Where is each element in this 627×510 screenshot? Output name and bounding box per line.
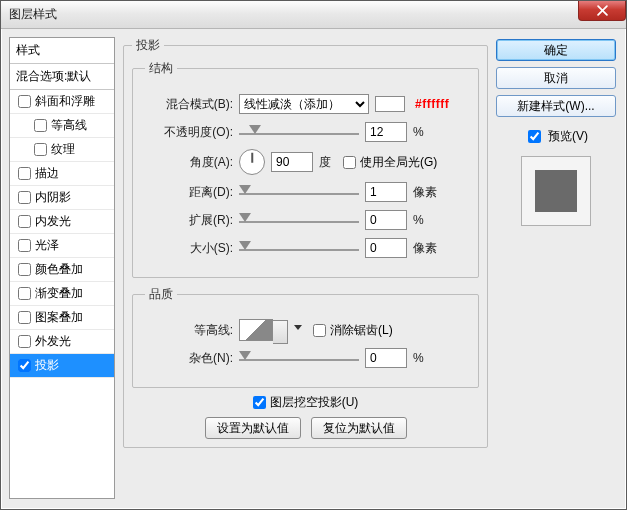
- style-label: 渐变叠加: [35, 285, 83, 302]
- window-title: 图层样式: [9, 6, 57, 23]
- reset-default-button[interactable]: 复位为默认值: [311, 417, 407, 439]
- noise-input[interactable]: [365, 348, 407, 368]
- structure-legend: 结构: [145, 60, 177, 77]
- spread-slider[interactable]: [239, 213, 359, 227]
- set-default-button[interactable]: 设置为默认值: [205, 417, 301, 439]
- new-style-button[interactable]: 新建样式(W)...: [496, 95, 616, 117]
- main-fieldset: 投影 结构 混合模式(B): 线性减淡（添加） #ffffff 不透明度(O):: [123, 37, 488, 448]
- style-checkbox[interactable]: [18, 167, 31, 180]
- angle-dial[interactable]: [239, 149, 265, 175]
- opacity-input[interactable]: [365, 122, 407, 142]
- contour-icon: [239, 319, 273, 341]
- opacity-unit: %: [413, 125, 424, 139]
- style-label: 纹理: [51, 141, 75, 158]
- style-row-0[interactable]: 斜面和浮雕: [10, 90, 114, 114]
- style-row-11[interactable]: 投影: [10, 354, 114, 378]
- chevron-down-icon: [294, 325, 302, 330]
- style-label: 等高线: [51, 117, 87, 134]
- center-panel: 投影 结构 混合模式(B): 线性减淡（添加） #ffffff 不透明度(O):: [123, 37, 488, 499]
- main-legend: 投影: [132, 37, 164, 54]
- style-label: 描边: [35, 165, 59, 182]
- style-row-7[interactable]: 颜色叠加: [10, 258, 114, 282]
- angle-input[interactable]: [271, 152, 313, 172]
- noise-slider[interactable]: [239, 351, 359, 365]
- style-checkbox[interactable]: [34, 119, 47, 132]
- style-label: 内阴影: [35, 189, 71, 206]
- style-row-1[interactable]: 等高线: [10, 114, 114, 138]
- color-hex: #ffffff: [415, 97, 449, 111]
- size-input[interactable]: [365, 238, 407, 258]
- preview-thumbnail: [521, 156, 591, 226]
- distance-input[interactable]: [365, 182, 407, 202]
- opacity-slider[interactable]: [239, 125, 359, 139]
- styles-header[interactable]: 样式: [10, 38, 114, 64]
- style-row-3[interactable]: 描边: [10, 162, 114, 186]
- style-label: 外发光: [35, 333, 71, 350]
- close-button[interactable]: [578, 1, 626, 21]
- structure-fieldset: 结构 混合模式(B): 线性减淡（添加） #ffffff 不透明度(O):: [132, 60, 479, 278]
- style-row-2[interactable]: 纹理: [10, 138, 114, 162]
- preview-checkbox[interactable]: 预览(V): [496, 127, 616, 146]
- quality-legend: 品质: [145, 286, 177, 303]
- size-slider[interactable]: [239, 241, 359, 255]
- quality-fieldset: 品质 等高线: 消除锯齿(L) 杂色(N):: [132, 286, 479, 388]
- style-label: 内发光: [35, 213, 71, 230]
- cancel-button[interactable]: 取消: [496, 67, 616, 89]
- style-checkbox[interactable]: [34, 143, 47, 156]
- style-checkbox[interactable]: [18, 287, 31, 300]
- distance-slider[interactable]: [239, 185, 359, 199]
- contour-label: 等高线:: [145, 322, 233, 339]
- right-panel: 确定 取消 新建样式(W)... 预览(V): [496, 37, 616, 499]
- noise-label: 杂色(N):: [145, 350, 233, 367]
- spread-label: 扩展(R):: [145, 212, 233, 229]
- contour-picker[interactable]: [239, 319, 289, 341]
- spread-unit: %: [413, 213, 424, 227]
- style-label: 光泽: [35, 237, 59, 254]
- antialias-checkbox[interactable]: 消除锯齿(L): [313, 322, 393, 339]
- blend-mode-select[interactable]: 线性减淡（添加）: [239, 94, 369, 114]
- style-row-9[interactable]: 图案叠加: [10, 306, 114, 330]
- preview-swatch: [535, 170, 577, 212]
- close-icon: [597, 5, 608, 16]
- blend-mode-label: 混合模式(B):: [145, 96, 233, 113]
- knockout-checkbox[interactable]: 图层挖空投影(U): [253, 394, 359, 411]
- dialog-body: 样式 混合选项:默认 斜面和浮雕等高线纹理描边内阴影内发光光泽颜色叠加渐变叠加图…: [1, 29, 626, 509]
- style-checkbox[interactable]: [18, 215, 31, 228]
- opacity-label: 不透明度(O):: [145, 124, 233, 141]
- distance-unit: 像素: [413, 184, 437, 201]
- titlebar: 图层样式: [1, 1, 626, 29]
- angle-unit: 度: [319, 154, 331, 171]
- style-checkbox[interactable]: [18, 263, 31, 276]
- style-row-4[interactable]: 内阴影: [10, 186, 114, 210]
- distance-label: 距离(D):: [145, 184, 233, 201]
- spread-input[interactable]: [365, 210, 407, 230]
- style-label: 图案叠加: [35, 309, 83, 326]
- style-label: 投影: [35, 357, 59, 374]
- angle-label: 角度(A):: [145, 154, 233, 171]
- style-row-5[interactable]: 内发光: [10, 210, 114, 234]
- style-checkbox[interactable]: [18, 191, 31, 204]
- size-unit: 像素: [413, 240, 437, 257]
- noise-unit: %: [413, 351, 424, 365]
- layer-style-dialog: 图层样式 样式 混合选项:默认 斜面和浮雕等高线纹理描边内阴影内发光光泽颜色叠加…: [0, 0, 627, 510]
- style-checkbox[interactable]: [18, 95, 31, 108]
- size-label: 大小(S):: [145, 240, 233, 257]
- global-light-checkbox[interactable]: 使用全局光(G): [343, 154, 437, 171]
- style-row-8[interactable]: 渐变叠加: [10, 282, 114, 306]
- style-checkbox[interactable]: [18, 335, 31, 348]
- styles-list: 样式 混合选项:默认 斜面和浮雕等高线纹理描边内阴影内发光光泽颜色叠加渐变叠加图…: [9, 37, 115, 499]
- style-label: 颜色叠加: [35, 261, 83, 278]
- ok-button[interactable]: 确定: [496, 39, 616, 61]
- style-checkbox[interactable]: [18, 311, 31, 324]
- style-checkbox[interactable]: [18, 239, 31, 252]
- blend-options-row[interactable]: 混合选项:默认: [10, 64, 114, 90]
- style-row-6[interactable]: 光泽: [10, 234, 114, 258]
- style-checkbox[interactable]: [18, 359, 31, 372]
- style-row-10[interactable]: 外发光: [10, 330, 114, 354]
- style-label: 斜面和浮雕: [35, 93, 95, 110]
- color-swatch[interactable]: [375, 96, 405, 112]
